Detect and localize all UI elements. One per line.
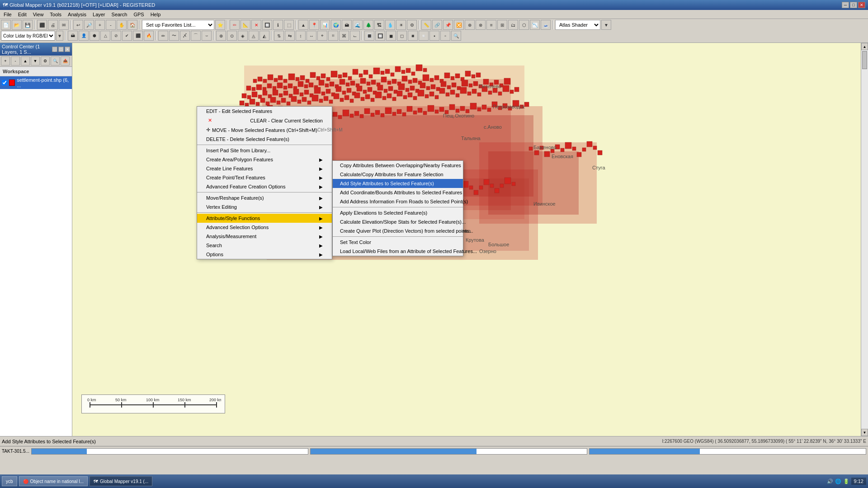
sub-calc-elev[interactable]: Calculate Elevation/Slope Stats for Sele… xyxy=(333,217,463,226)
tool-btn-28[interactable]: 📉 xyxy=(530,20,540,30)
edit-draw-15[interactable]: ⌖ xyxy=(317,31,327,41)
edit-draw-20[interactable]: 🔲 xyxy=(375,31,385,41)
favorites-star[interactable]: ⭐ xyxy=(215,20,225,30)
toolbar-btn-2[interactable]: ⬛ xyxy=(37,20,47,30)
edit-draw-7[interactable]: ⊙ xyxy=(227,31,237,41)
edit-draw-6[interactable]: ⊕ xyxy=(216,31,226,41)
menu-gps[interactable]: GPS xyxy=(131,11,146,18)
tool-btn-16[interactable]: ☀ xyxy=(396,20,406,30)
draw-btn-4[interactable]: 🔲 xyxy=(262,20,272,30)
open-btn[interactable]: 📂 xyxy=(12,20,22,30)
taskbar-object-name[interactable]: 🔴 Object name in national l... xyxy=(19,476,88,486)
sub-add-address[interactable]: Add Address Information From Roads to Se… xyxy=(333,197,463,206)
menu-tools[interactable]: Tools xyxy=(47,11,64,18)
tool-btn-9[interactable]: 📊 xyxy=(320,20,330,30)
ctx-edit[interactable]: EDIT - Edit Selected Features xyxy=(197,107,332,116)
draw2-6[interactable]: ✔ xyxy=(122,31,132,41)
zoom-full-btn[interactable]: 🔎 xyxy=(84,20,94,30)
edit-draw-11[interactable]: ⇅ xyxy=(274,31,284,41)
layer-zoom[interactable]: 🔍 xyxy=(51,56,60,66)
ctx-clear[interactable]: ✕ CLEAR - Clear Current Selection xyxy=(197,116,332,125)
edit-draw-13[interactable]: ↕ xyxy=(296,31,306,41)
tool-btn-8[interactable]: 📍 xyxy=(309,20,319,30)
sub-set-text-color[interactable]: Set Text Color xyxy=(333,238,463,247)
cc-controls[interactable]: _ □ ✕ xyxy=(52,47,70,52)
tool-btn-25[interactable]: ⊞ xyxy=(497,20,507,30)
draw-btn-5[interactable]: ℹ xyxy=(273,20,283,30)
draw-btn-6[interactable]: ⬚ xyxy=(284,20,294,30)
layer-item[interactable]: settlement-point.shp (6, ... xyxy=(0,76,72,89)
edit-draw-3[interactable]: 〆 xyxy=(180,31,190,41)
undo-btn[interactable]: ↩ xyxy=(73,20,83,30)
tool-btn-19[interactable]: 🔗 xyxy=(432,20,442,30)
scroll-up-arrow[interactable]: ▲ xyxy=(861,43,868,50)
minimize-button[interactable]: ─ xyxy=(842,2,849,8)
menu-layer[interactable]: Layer xyxy=(90,11,108,18)
layer-remove[interactable]: - xyxy=(11,56,20,66)
tool-btn-14[interactable]: 🏗 xyxy=(374,20,384,30)
taskbar-start[interactable]: ycb xyxy=(2,476,17,486)
ctx-create-area[interactable]: Create Area/Polygon Features ▶ xyxy=(197,155,332,164)
sub-copy-attrs[interactable]: Copy Attributes Between Overlapping/Near… xyxy=(333,161,463,170)
edit-draw-10[interactable]: ◭ xyxy=(259,31,269,41)
edit-draw-4[interactable]: ⌒ xyxy=(191,31,201,41)
tool-btn-29[interactable]: 🗻 xyxy=(541,20,551,30)
draw2-5[interactable]: ⊘ xyxy=(111,31,121,41)
layer-add[interactable]: + xyxy=(1,56,10,66)
edit-draw-21[interactable]: ◼ xyxy=(386,31,396,41)
draw-btn-1[interactable]: ✏ xyxy=(230,20,240,30)
draw2-1[interactable]: 🏔 xyxy=(68,31,78,41)
draw2-8[interactable]: 🔥 xyxy=(144,31,154,41)
sub-create-quiver[interactable]: Create Quiver Plot (Direction Vectors) f… xyxy=(333,226,463,235)
tool-btn-15[interactable]: 💧 xyxy=(385,20,395,30)
sub-calc-copy[interactable]: Calculate/Copy Attributes for Feature Se… xyxy=(333,170,463,179)
edit-draw-5[interactable]: ⌣ xyxy=(202,31,212,41)
zoom-in-btn[interactable]: + xyxy=(95,20,105,30)
tool-btn-20[interactable]: 📌 xyxy=(443,20,453,30)
edit-draw-19[interactable]: 🔳 xyxy=(364,31,374,41)
scroll-down-arrow[interactable]: ▼ xyxy=(861,429,868,436)
draw2-2[interactable]: 👤 xyxy=(79,31,89,41)
cc-maximize[interactable]: □ xyxy=(58,47,64,52)
edit-draw-16[interactable]: ⌗ xyxy=(328,31,338,41)
ctx-advanced-creation[interactable]: Advanced Feature Creation Options ▶ xyxy=(197,182,332,191)
layer-export[interactable]: 📤 xyxy=(61,56,70,66)
edit-draw-17[interactable]: ⌘ xyxy=(339,31,349,41)
draw2-4[interactable]: △ xyxy=(100,31,110,41)
edit-draw-25[interactable]: ▪ xyxy=(429,31,439,41)
menu-analysis[interactable]: Analysis xyxy=(65,11,89,18)
edit-draw-8[interactable]: ◈ xyxy=(238,31,248,41)
menu-edit[interactable]: Edit xyxy=(15,11,29,18)
ctx-search[interactable]: Search ▶ xyxy=(197,241,332,250)
edit-draw-22[interactable]: ◻ xyxy=(397,31,407,41)
title-bar-controls[interactable]: ─ □ ✕ xyxy=(842,2,865,8)
pan-btn[interactable]: ✋ xyxy=(117,20,127,30)
sub-add-coord[interactable]: Add Coordinate/Bounds Attributes to Sele… xyxy=(333,188,463,197)
close-button[interactable]: ✕ xyxy=(858,2,865,8)
ctx-create-point[interactable]: Create Point/Text Features ▶ xyxy=(197,173,332,182)
ctx-create-line[interactable]: Create Line Features ▶ xyxy=(197,164,332,173)
ctx-move[interactable]: ✛ MOVE - Move Selected Features (Ctrl+Sh… xyxy=(197,125,332,135)
map-area[interactable]: Петелево Петрозаводск Пещ.Охотино с.Анов… xyxy=(72,43,861,436)
layer-down[interactable]: ▼ xyxy=(31,56,40,66)
ctx-attribute-style[interactable]: Attribute/Style Functions ▶ xyxy=(197,214,332,223)
ctx-advanced-selection[interactable]: Advanced Selection Options ▶ xyxy=(197,223,332,232)
edit-draw-2[interactable]: 〜 xyxy=(169,31,179,41)
menu-help[interactable]: Help xyxy=(148,11,164,18)
tool-btn-12[interactable]: 🌊 xyxy=(353,20,363,30)
ctx-options[interactable]: Options ▶ xyxy=(197,250,332,259)
zoom-out-btn[interactable]: - xyxy=(106,20,116,30)
ctx-insert-pad[interactable]: Insert Pad Site from Library... xyxy=(197,146,332,155)
edit-draw-18[interactable]: ⌙ xyxy=(350,31,360,41)
tool-btn-7[interactable]: ▲ xyxy=(298,20,308,30)
favorites-dropdown[interactable]: Set up Favorites List... xyxy=(142,20,214,30)
atlas-shader-dropdown[interactable]: Atlas Shader xyxy=(555,20,600,30)
maximize-button[interactable]: □ xyxy=(850,2,857,8)
scroll-track[interactable] xyxy=(861,50,868,429)
tool-btn-10[interactable]: 🌍 xyxy=(331,20,341,30)
edit-draw-24[interactable]: ◽ xyxy=(419,31,429,41)
toolbar-btn-3[interactable]: 🖨 xyxy=(48,20,58,30)
layer-up[interactable]: ▲ xyxy=(21,56,30,66)
taskbar-global-mapper[interactable]: 🗺 Global Mapper v19.1 (... xyxy=(90,476,152,486)
tool-btn-26[interactable]: 🗂 xyxy=(508,20,518,30)
